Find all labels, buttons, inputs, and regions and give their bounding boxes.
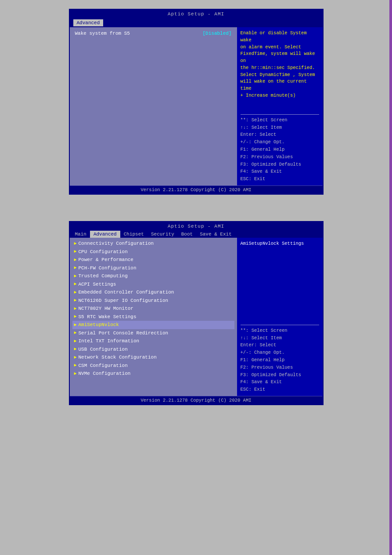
help-line-6: will wake on the current time bbox=[241, 78, 319, 92]
key-help-7: F3: Optimized Defaults bbox=[241, 161, 319, 168]
screen1-title-text: Aptio Setup - AMI bbox=[168, 11, 224, 17]
arrow-icon-nct7802y: ► bbox=[74, 305, 77, 312]
menu-item-csm[interactable]: ►CSM Configuration bbox=[72, 362, 234, 370]
screen1-right-panel: Enable or disable System wake on alarm e… bbox=[237, 27, 323, 185]
menu-item-connectivity[interactable]: ►Connectivity Configuration bbox=[72, 239, 234, 248]
screen1-footer: Version 2.21.1278 Copyright (C) 2020 AMI bbox=[70, 185, 323, 194]
menu-item-nct7802y[interactable]: ►NCT7802Y HW Monitor bbox=[72, 305, 234, 313]
arrow-icon-nvme: ► bbox=[74, 370, 77, 377]
screen1-content: Wake system from S5 [Disabled] Enable or… bbox=[70, 27, 323, 185]
screen2-right-divider bbox=[241, 325, 319, 325]
menu-item-embedded[interactable]: ►Embedded Controller Configuration bbox=[72, 288, 234, 297]
help-line-7: + Increase minute(s) bbox=[241, 92, 319, 99]
tab-advanced[interactable]: Advanced bbox=[90, 231, 120, 238]
bios-screen-2: Aptio Setup - AMI Main Advanced Chipset … bbox=[69, 221, 324, 405]
menu-label-trusted: Trusted Computing bbox=[79, 272, 128, 280]
menu-item-network[interactable]: ►Network Stack Configuration bbox=[72, 353, 234, 362]
arrow-icon-network: ► bbox=[74, 354, 77, 361]
menu-label-acpi: ACPI Settings bbox=[79, 281, 116, 288]
help-line-2: on alarm event. Select bbox=[241, 44, 319, 51]
menu-item-trusted[interactable]: ►Trusted Computing bbox=[72, 272, 234, 280]
menu-item-serial[interactable]: ►Serial Port Console Redirection bbox=[72, 329, 234, 337]
s2-key-help-3: Enter: Select bbox=[241, 341, 319, 349]
arrow-icon-nct6126d: ► bbox=[74, 297, 77, 304]
arrow-icon-s5rtc: ► bbox=[74, 313, 77, 320]
menu-item-nvme[interactable]: ►NVMe Configuration bbox=[72, 370, 234, 378]
s2-key-help-6: F2: Previous Values bbox=[241, 364, 319, 371]
menu-label-embedded: Embedded Controller Configuration bbox=[79, 289, 174, 296]
screen1-active-tab[interactable]: Advanced bbox=[73, 19, 104, 26]
menu-item-power[interactable]: ►Power & Performance bbox=[72, 256, 234, 264]
screen2-right-title: AmiSetupNvlock Settings bbox=[241, 241, 304, 246]
key-help-3: Enter: Select bbox=[241, 131, 319, 138]
arrow-icon-embedded: ► bbox=[74, 289, 77, 296]
s2-key-help-1: **: Select Screen bbox=[241, 327, 319, 334]
menu-label-cpu: CPU Configuration bbox=[79, 248, 128, 256]
arrow-icon-acpi: ► bbox=[74, 281, 77, 287]
menu-item-aminvlock[interactable]: ►AmiSetupNvlock bbox=[72, 321, 234, 329]
key-help-8: F4: Save & Exit bbox=[241, 168, 319, 175]
screen2-key-help: **: Select Screen ↑↓: Select Item Enter:… bbox=[241, 327, 319, 393]
key-help-5: F1: General Help bbox=[241, 146, 319, 153]
tab-chipset[interactable]: Chipset bbox=[120, 231, 147, 238]
menu-item-pchfw[interactable]: ►PCH-FW Configuration bbox=[72, 264, 234, 272]
menu-item-acpi[interactable]: ►ACPI Settings bbox=[72, 280, 234, 289]
menu-label-connectivity: Connectivity Configuration bbox=[79, 240, 154, 247]
menu-label-serial: Serial Port Console Redirection bbox=[79, 330, 169, 337]
wake-setting-label: Wake system from S5 bbox=[75, 31, 198, 36]
key-help-9: ESC: Exit bbox=[241, 175, 319, 183]
arrow-icon-serial: ► bbox=[74, 330, 77, 336]
screen2-title-text: Aptio Setup - AMI bbox=[168, 224, 224, 229]
menu-item-usb[interactable]: ►USB Configuration bbox=[72, 345, 234, 354]
page-wrapper: Aptio Setup - AMI Advanced Wake system f… bbox=[0, 0, 392, 555]
menu-label-network: Network Stack Configuration bbox=[79, 354, 157, 361]
arrow-icon-csm: ► bbox=[74, 362, 77, 369]
wake-setting-value: [Disabled] bbox=[202, 31, 231, 36]
menu-item-s5rtc[interactable]: ►S5 RTC Wake Settings bbox=[72, 313, 234, 321]
s2-key-help-7: F3: Optimized Defaults bbox=[241, 371, 319, 379]
right-border-decoration bbox=[389, 0, 392, 555]
tab-save-exit[interactable]: Save & Exit bbox=[196, 231, 235, 238]
key-help-6: F2: Previous Values bbox=[241, 153, 319, 161]
menu-label-nct6126d: NCT6126D Super IO Configuration bbox=[79, 297, 169, 305]
screen2-right-panel: AmiSetupNvlock Settings **: Select Scree… bbox=[237, 238, 323, 396]
arrow-icon-connectivity: ► bbox=[74, 240, 77, 247]
menu-item-intel-txt[interactable]: ►Intel TXT Information bbox=[72, 337, 234, 345]
help-line-1: Enable or disable System wake bbox=[241, 30, 319, 44]
s2-key-help-8: F4: Save & Exit bbox=[241, 378, 319, 386]
tab-boot[interactable]: Boot bbox=[178, 231, 196, 238]
menu-label-aminvlock: AmiSetupNvlock bbox=[79, 321, 119, 329]
menu-label-s5rtc: S5 RTC Wake Settings bbox=[79, 313, 137, 321]
key-help-4: +/-: Change Opt. bbox=[241, 138, 319, 146]
arrow-icon-aminvlock: ► bbox=[74, 322, 77, 328]
screen2-title: Aptio Setup - AMI bbox=[70, 222, 323, 231]
screen2-left-panel: ►Connectivity Configuration ►CPU Configu… bbox=[70, 238, 237, 396]
menu-label-nct7802y: NCT7802Y HW Monitor bbox=[79, 305, 133, 312]
help-line-5: Select DynamicTime , System bbox=[241, 72, 319, 79]
s2-key-help-4: +/-: Change Opt. bbox=[241, 349, 319, 356]
tab-main[interactable]: Main bbox=[72, 231, 90, 238]
screen2-tab-row: Main Advanced Chipset Security Boot Save… bbox=[70, 231, 323, 238]
menu-label-usb: USB Configuration bbox=[79, 346, 128, 353]
arrow-icon-usb: ► bbox=[74, 346, 77, 352]
s2-key-help-5: F1: General Help bbox=[241, 356, 319, 364]
arrow-icon-intel-txt: ► bbox=[74, 338, 77, 345]
arrow-icon-cpu: ► bbox=[74, 248, 77, 255]
wake-setting-row: Wake system from S5 [Disabled] bbox=[73, 30, 234, 37]
screen1-key-help: **: Select Screen ↑↓: Select Item Enter:… bbox=[241, 116, 319, 183]
screen1-right-divider bbox=[241, 114, 319, 115]
s2-key-help-2: ↑↓: Select Item bbox=[241, 334, 319, 342]
menu-label-power: Power & Performance bbox=[79, 256, 133, 264]
menu-label-nvme: NVMe Configuration bbox=[79, 370, 131, 377]
bios-screen-1: Aptio Setup - AMI Advanced Wake system f… bbox=[69, 9, 324, 195]
s2-key-help-9: ESC: Exit bbox=[241, 386, 319, 393]
arrow-icon-trusted: ► bbox=[74, 273, 77, 279]
screen1-left-panel: Wake system from S5 [Disabled] bbox=[70, 27, 237, 185]
key-help-2: ↑↓: Select Item bbox=[241, 124, 319, 131]
menu-item-cpu[interactable]: ►CPU Configuration bbox=[72, 248, 234, 256]
tab-security[interactable]: Security bbox=[147, 231, 178, 238]
screen1-tab-row: Advanced bbox=[70, 18, 323, 27]
menu-item-nct6126d[interactable]: ►NCT6126D Super IO Configuration bbox=[72, 297, 234, 305]
screen1-help-text: Enable or disable System wake on alarm e… bbox=[241, 30, 319, 112]
help-line-4: the hr::min::sec Specified. bbox=[241, 65, 319, 72]
